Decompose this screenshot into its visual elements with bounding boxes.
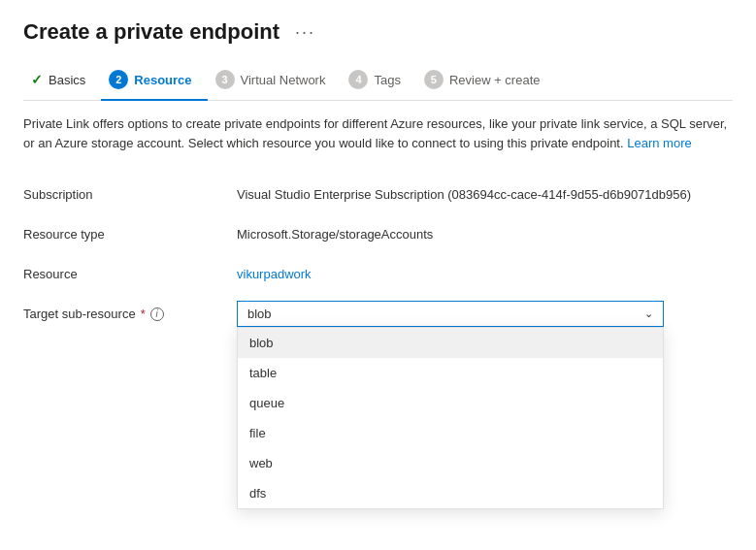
step-basics-label: Basics — [49, 73, 85, 87]
required-indicator: * — [141, 307, 146, 321]
subscription-value: Visual Studio Enterprise Subscription (0… — [237, 181, 733, 202]
dropdown-item-file[interactable]: file — [238, 418, 663, 448]
dropdown-item-blob[interactable]: blob — [238, 328, 663, 358]
page-title-row: Create a private endpoint ··· — [23, 19, 733, 45]
step-tags-circle: 4 — [348, 70, 368, 89]
page-title: Create a private endpoint — [23, 19, 279, 45]
step-vnet-label: Virtual Network — [241, 73, 326, 87]
info-text: Private Link offers options to create pr… — [23, 114, 733, 152]
learn-more-link[interactable]: Learn more — [627, 136, 691, 150]
resource-type-row: Resource type Microsoft.Storage/storageA… — [23, 211, 733, 251]
dropdown-item-queue[interactable]: queue — [238, 388, 663, 418]
ellipsis-button[interactable]: ··· — [289, 20, 321, 45]
steps-nav: ✓ Basics 2 Resource 3 Virtual Network 4 … — [23, 62, 733, 101]
step-basics-check: ✓ — [31, 72, 43, 87]
target-sub-resource-dropdown-container: blob ⌄ blob table queue file web dfs — [237, 301, 664, 327]
form-section: Subscription Visual Studio Enterprise Su… — [23, 172, 733, 337]
dropdown-item-table[interactable]: table — [238, 358, 663, 388]
dropdown-item-dfs[interactable]: dfs — [238, 478, 663, 508]
subscription-row: Subscription Visual Studio Enterprise Su… — [23, 172, 733, 211]
target-sub-resource-row: Target sub-resource * i blob ⌄ blob tabl… — [23, 291, 733, 337]
info-icon[interactable]: i — [150, 307, 164, 321]
step-review-label: Review + create — [449, 73, 541, 87]
subscription-label: Subscription — [23, 181, 237, 202]
resource-type-value: Microsoft.Storage/storageAccounts — [237, 221, 733, 242]
dropdown-item-web[interactable]: web — [238, 448, 663, 478]
target-sub-resource-label: Target sub-resource * i — [23, 301, 237, 321]
step-vnet-circle: 3 — [215, 70, 235, 89]
step-resource[interactable]: 2 Resource — [101, 62, 207, 101]
chevron-down-icon: ⌄ — [644, 307, 653, 320]
dropdown-selected-value: blob — [247, 307, 272, 321]
step-review-circle: 5 — [424, 70, 444, 89]
step-basics[interactable]: ✓ Basics — [23, 64, 101, 99]
step-tags-label: Tags — [374, 73, 400, 87]
info-text-content: Private Link offers options to create pr… — [23, 116, 727, 150]
resource-value[interactable]: vikurpadwork — [237, 261, 733, 281]
resource-label: Resource — [23, 261, 237, 281]
step-virtual-network[interactable]: 3 Virtual Network — [208, 62, 342, 101]
step-tags[interactable]: 4 Tags — [341, 62, 415, 101]
resource-row: Resource vikurpadwork — [23, 251, 733, 291]
step-resource-circle: 2 — [109, 70, 128, 89]
step-review-create[interactable]: 5 Review + create — [416, 62, 556, 101]
resource-type-label: Resource type — [23, 221, 237, 242]
dropdown-list: blob table queue file web dfs — [237, 327, 664, 509]
step-resource-label: Resource — [134, 73, 191, 87]
target-sub-resource-dropdown[interactable]: blob ⌄ — [237, 301, 664, 327]
